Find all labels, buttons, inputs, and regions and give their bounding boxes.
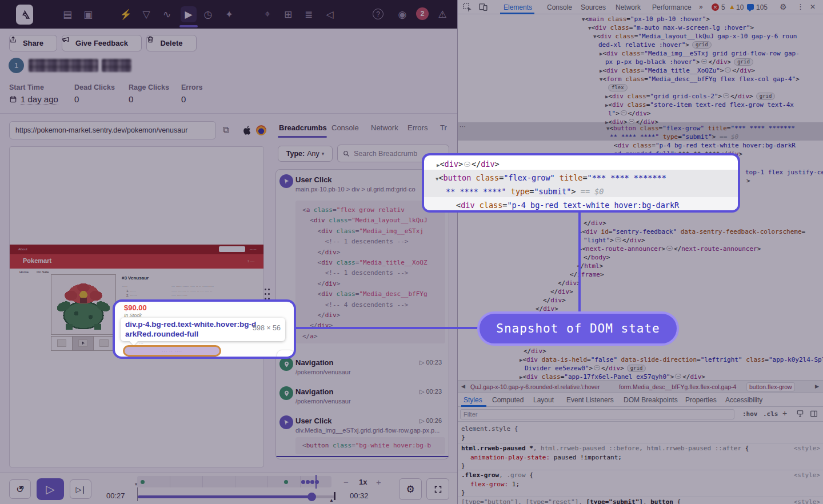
breadcrumb-title[interactable]: Navigation — [295, 358, 333, 367]
stylesheet-link[interactable]: <style> — [794, 498, 820, 504]
thumbnail-3[interactable] — [93, 336, 115, 351]
dom-tree-line[interactable]: </iframe> — [570, 270, 604, 279]
dom-tree-line[interactable]: ▶<div data-is-held="false" data-slide-di… — [520, 355, 823, 365]
crons-icon[interactable]: ◷ — [201, 7, 215, 21]
breadcrumb-title[interactable]: User Click — [295, 175, 332, 184]
stats-icon[interactable]: ∿ — [160, 7, 174, 21]
devtools-tab-network[interactable]: Network — [616, 3, 641, 11]
dom-tree-line[interactable]: > — [746, 177, 750, 185]
stylesheet-link[interactable]: <style> — [794, 445, 820, 452]
devtools-crumb[interactable]: QuJ.gap-x-10.gap-y-6.rounded-xl.relative… — [468, 383, 602, 391]
computed-styles-icon[interactable] — [796, 410, 804, 418]
delete-button[interactable]: Delete — [146, 35, 197, 51]
error-count[interactable]: 5 — [721, 3, 725, 11]
css-selector[interactable]: .flex-grow, .grow { — [461, 471, 533, 479]
devtools-tab-console[interactable]: Console — [547, 3, 572, 11]
devtools-crumb[interactable]: button.flex-grow — [747, 383, 794, 391]
speed-plus-button[interactable]: + — [376, 477, 381, 487]
dom-tree-line[interactable]: </div> — [543, 296, 566, 305]
play-button[interactable]: ▷ — [37, 478, 64, 500]
explore-icon[interactable]: ⌖ — [261, 7, 274, 21]
warning-icon[interactable]: ⚠ — [436, 7, 449, 21]
devtools-tab-sources[interactable]: Sources — [581, 3, 606, 11]
player-settings-button[interactable]: ⚙ — [399, 478, 422, 500]
dom-tree-line[interactable]: </div> — [558, 279, 581, 287]
panel-tab-dom-breakpoints[interactable]: DOM Breakpoints — [624, 396, 678, 404]
replay-url[interactable]: https://pokemon-market.sentry.dev/pokemo… — [15, 126, 187, 134]
thumbnail-2[interactable] — [72, 336, 94, 351]
dom-tree-line[interactable]: ▶<div class="app-17fx6el-Panel ex57qyh0"… — [520, 373, 705, 380]
dom-tree-line[interactable]: "light">⋯</div> — [584, 236, 645, 245]
breadcrumb-title[interactable]: User Click — [295, 417, 332, 425]
dom-tree-line[interactable]: ▶<next-route-announcer>⋯</next-route-ann… — [579, 245, 761, 254]
inspect-element-icon[interactable] — [462, 2, 473, 13]
feedback-icon[interactable]: ◁ — [323, 7, 337, 21]
css-declaration[interactable]: animation-play-state: paused !important; — [470, 454, 622, 461]
dom-tree-line[interactable]: px p-px bg-black :hover">⋯</div>grid — [605, 58, 753, 66]
dom-tree-line[interactable]: ▶<div class="Media_img__eSTxj grid grid-… — [600, 49, 800, 58]
warning-count[interactable]: 10 — [736, 3, 744, 11]
css-selector[interactable]: html.rrweb-paused *, html.rrweb-paused :… — [461, 445, 749, 452]
dom-tree-line[interactable]: ▼<main class="px-10 pb-10 :hover"> — [582, 15, 710, 24]
devtools-settings-icon[interactable]: ⚙ — [780, 2, 787, 11]
tab-errors[interactable]: Errors — [407, 123, 428, 132]
dashboards-icon[interactable]: ⊞ — [281, 7, 295, 21]
site-nav-home[interactable]: Home — [19, 270, 29, 274]
devtools-close-icon[interactable]: ✕ — [810, 3, 816, 11]
dom-tree-line[interactable]: flex — [605, 83, 628, 92]
panel-tab-layout[interactable]: Layout — [533, 396, 554, 404]
dom-tree-line[interactable]: ** **** ****" type="submit"> == $0 — [610, 133, 738, 141]
css-selector[interactable]: [type="button"], [type="reset"], [type="… — [461, 498, 681, 504]
device-toolbar-icon[interactable] — [478, 2, 489, 13]
speed-value[interactable]: 1x — [359, 478, 367, 486]
breadcrumb-timestamp[interactable]: ▷ 00:26 — [420, 417, 442, 425]
more-tabs-icon[interactable]: » — [699, 3, 703, 11]
dom-tree-line[interactable]: ▶<div class="store-item text-red flex-gr… — [605, 101, 794, 110]
dom-tree-line[interactable]: ▼<div class="Media_layout__lkQuJ gap-x-1… — [593, 32, 797, 41]
dom-tree-line[interactable]: ▶<div class="Media_title__XoQZu">⋯</div> — [600, 66, 755, 75]
devtools-tab-elements[interactable]: Elements — [504, 3, 532, 11]
site-about-link[interactable]: About — [18, 247, 27, 251]
dom-tree-line[interactable]: ▼<form class="Media_desc__bfFYg flex fle… — [600, 75, 800, 84]
dom-tree-line[interactable]: <div class="p-4 bg-red text-white hover:… — [614, 141, 796, 150]
performance-icon[interactable]: ⚡ — [119, 7, 133, 21]
site-nav-onsale[interactable]: On Sale — [37, 270, 49, 274]
give-feedback-button[interactable]: Give Feedback — [62, 35, 142, 51]
dom-tree-line[interactable]: </div> — [584, 219, 606, 227]
dom-tree-line[interactable]: l">⋯</div> — [608, 109, 650, 118]
breadcrumb-timestamp[interactable]: ▷ 00:23 — [420, 388, 442, 395]
share-button[interactable]: Share — [9, 35, 57, 51]
tab-breadcrumbs[interactable]: Breadcrumbs — [279, 123, 327, 132]
alerts-icon[interactable]: ✦ — [222, 7, 236, 21]
panel-tab-accessibility[interactable]: Accessibility — [725, 396, 762, 404]
element-style-selector[interactable]: element.style { — [461, 425, 518, 433]
dom-tree-line[interactable]: ded-xl relative :hover">grid — [598, 41, 712, 49]
panel-tab-computed[interactable]: Computed — [492, 396, 524, 404]
panel-tab-event-listeners[interactable]: Event Listeners — [566, 396, 614, 404]
timeline-events-strip[interactable] — [137, 476, 331, 487]
copy-url-icon[interactable]: ⧉ — [221, 125, 231, 135]
rewind-10-button[interactable]: ↺10 — [9, 479, 31, 499]
dom-tree-line[interactable]: ▼<div class="m-auto max-w-screen-lg :hov… — [588, 23, 754, 33]
notification-badge[interactable]: 2 — [416, 7, 429, 20]
devtools-menu-icon[interactable]: ⋮ — [797, 2, 804, 11]
devtools-crumb[interactable]: form.Media_desc__bfFYg.flex.flex-col.gap… — [617, 383, 738, 391]
dom-tree-line[interactable]: </div> — [550, 287, 573, 296]
panel-tab-styles[interactable]: Styles — [464, 396, 482, 404]
site-search-box[interactable] — [219, 246, 245, 252]
new-style-rule-icon[interactable]: + — [782, 409, 787, 418]
insights-icon[interactable]: ≣ — [302, 7, 315, 21]
stylesheet-link[interactable]: <style> — [794, 471, 820, 479]
projects-icon[interactable]: ▣ — [81, 7, 95, 21]
crumb-back-icon[interactable]: ◀ — [461, 383, 465, 389]
tab-console[interactable]: Console — [331, 123, 359, 132]
sidebar-toggle-icon[interactable] — [810, 410, 818, 418]
skip-button[interactable]: ▷❘ — [70, 479, 91, 499]
dom-tree-line[interactable]: top-1 flex justify-cen — [745, 168, 823, 177]
issues-icon[interactable]: ▤ — [61, 7, 74, 21]
type-filter-dropdown[interactable]: Type:Any▾ — [278, 146, 333, 162]
devtools-tab-performance[interactable]: Performance — [652, 3, 692, 11]
help-icon[interactable]: ? — [373, 9, 383, 19]
dom-tree-line[interactable]: ▶<div id="sentry-feedback" data-sentry-f… — [579, 227, 805, 237]
fullscreen-button[interactable] — [426, 478, 449, 500]
